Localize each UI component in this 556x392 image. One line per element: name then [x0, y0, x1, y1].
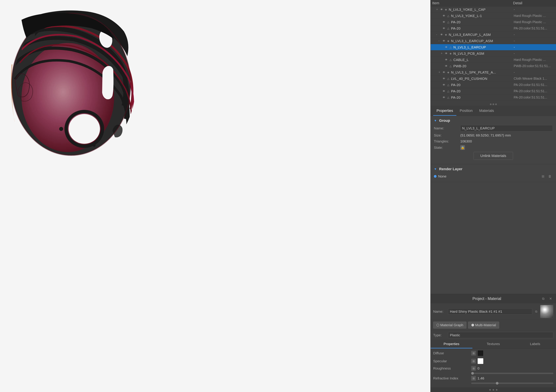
material-copy-icon[interactable]: ⧉: [534, 309, 539, 314]
tab-properties[interactable]: Properties: [433, 106, 456, 116]
triangles-value: 106300: [460, 139, 553, 143]
tree-expand-icon[interactable]: -: [439, 39, 442, 43]
tree-row-icons: 👁△: [442, 83, 450, 87]
tree-row[interactable]: -👁◈N_LVL3_L_EARCUP_ASM-: [431, 38, 556, 44]
scroll-dots: [431, 102, 556, 106]
tree-rows-container: +👁◈N_LVL3_YOKE_L_CAP-👁△N_LVL3_YOKE_L-1Ha…: [431, 7, 556, 102]
tree-item-detail: -: [512, 33, 555, 37]
tree-row[interactable]: 👁△LVL_40_PS_CUSHIONCloth Weave Black 1..…: [431, 76, 556, 82]
material-type-select[interactable]: Plastic: [448, 332, 553, 338]
eye-icon[interactable]: 👁: [444, 58, 448, 62]
camera-icon[interactable]: △: [446, 20, 450, 24]
material-tab-labels[interactable]: Labels: [514, 340, 556, 348]
camera-icon[interactable]: △: [446, 14, 450, 18]
eye-icon[interactable]: 👁: [440, 33, 443, 37]
camera-icon[interactable]: ◈: [446, 39, 450, 43]
camera-icon[interactable]: △: [446, 96, 450, 99]
eye-icon[interactable]: 👁: [442, 14, 446, 18]
eye-icon[interactable]: 👁: [442, 96, 446, 99]
material-tab-properties[interactable]: Properties: [431, 340, 472, 348]
camera-icon[interactable]: △: [449, 58, 452, 62]
tree-row[interactable]: 👁△PA-20PA-20:color:51:51:51...: [431, 25, 556, 31]
render-layer-actions: ⊞ 🗑: [540, 174, 553, 179]
right-panel: Item Detail +👁◈N_LVL3_YOKE_L_CAP-👁△N_LVL…: [430, 0, 556, 392]
diffuse-color-swatch[interactable]: [478, 350, 483, 356]
camera-icon[interactable]: ◈: [449, 52, 452, 55]
tree-expand-icon[interactable]: +: [436, 8, 440, 11]
camera-icon[interactable]: △: [449, 64, 452, 68]
tree-expand-icon[interactable]: -: [436, 33, 440, 36]
material-tab-textures[interactable]: Textures: [472, 340, 514, 348]
tree-row[interactable]: +👁◈N_LVL3_PCB_ASM-: [431, 50, 556, 57]
tree-row[interactable]: 👁△PA-20PA-20:color:51:51:51...: [431, 82, 556, 88]
material-graph-button[interactable]: ⬡ Material Graph: [433, 322, 466, 329]
tree-row[interactable]: 👁△PA-20Hard Rough Plastic ...: [431, 19, 556, 25]
tree-expand-icon[interactable]: +: [441, 52, 444, 55]
state-icon[interactable]: 🔒: [460, 145, 465, 150]
triangles-row: Triangles: 106300: [434, 139, 553, 143]
render-layer-collapse-icon[interactable]: ▼: [434, 167, 437, 171]
tree-expand-icon[interactable]: +: [439, 70, 442, 74]
camera-icon[interactable]: △: [446, 27, 450, 30]
unlink-materials-button[interactable]: Unlink Materials: [473, 152, 513, 160]
eye-icon[interactable]: 👁: [442, 83, 446, 87]
eye-icon[interactable]: 👁: [442, 89, 446, 93]
diffuse-swatch-icon[interactable]: ⊞: [471, 351, 476, 355]
tree-item-detail: -: [512, 52, 555, 55]
camera-icon[interactable]: △: [449, 46, 452, 49]
material-panel-title: Project - Material: [433, 296, 541, 301]
render-layer-delete-icon[interactable]: 🗑: [547, 174, 553, 179]
camera-icon[interactable]: △: [446, 83, 450, 87]
tab-position[interactable]: Position: [456, 106, 476, 116]
render-layer-add-icon[interactable]: ⊞: [540, 174, 546, 179]
tree-item-name: PA-20: [451, 26, 512, 31]
material-name-input[interactable]: [448, 308, 532, 315]
tab-materials[interactable]: Materials: [476, 106, 497, 116]
tree-row[interactable]: 👁△PA-20PA-20:color:51:51:51...: [431, 94, 556, 101]
eye-icon[interactable]: 👁: [444, 46, 448, 49]
eye-icon[interactable]: 👁: [442, 39, 446, 43]
material-restore-icon[interactable]: ⧉: [541, 296, 546, 301]
eye-icon[interactable]: 👁: [442, 77, 446, 80]
material-header-icons: ⧉ ✕: [541, 296, 553, 301]
refractive-slider[interactable]: [471, 383, 553, 384]
multi-material-button[interactable]: ⬢ Multi-Material: [468, 322, 499, 329]
refractive-swatch-icon[interactable]: ⊞: [471, 376, 476, 381]
tree-row[interactable]: +👁◈N_LVL3_YOKE_L_CAP-: [431, 7, 556, 13]
tree-row[interactable]: -👁◈N_LVL3_EARCUP_L_ASM-: [431, 31, 556, 38]
tree-row-icons: 👁△: [442, 27, 450, 30]
camera-icon[interactable]: △: [446, 77, 450, 80]
scene-tree[interactable]: Item Detail +👁◈N_LVL3_YOKE_L_CAP-👁△N_LVL…: [431, 0, 556, 102]
tree-row[interactable]: 👁△CABLE_LHard Rough Plastic ...: [431, 57, 556, 63]
eye-icon[interactable]: 👁: [442, 70, 446, 74]
tree-row[interactable]: 👁△PA-20PA-20:color:51:51:51...: [431, 88, 556, 94]
name-label: Name:: [434, 126, 460, 130]
eye-icon[interactable]: 👁: [444, 52, 448, 55]
tree-row[interactable]: +👁◈N_LVL3_L_SPK_PLATE_A...-: [431, 69, 556, 76]
group-section-header: ▼ Group: [434, 118, 553, 123]
camera-icon[interactable]: ◈: [444, 8, 448, 11]
tree-row[interactable]: 👁△N_LVL3_L_EARCUP-: [431, 44, 556, 50]
eye-icon[interactable]: 👁: [444, 64, 448, 68]
eye-icon[interactable]: 👁: [442, 27, 446, 30]
group-collapse-icon[interactable]: ▼: [434, 119, 437, 123]
tree-row[interactable]: -👁◈N_LVL3_R_ASM-: [431, 101, 556, 102]
material-name-row: Name: ⧉: [431, 303, 556, 320]
eye-icon[interactable]: 👁: [442, 20, 446, 24]
tree-row[interactable]: 👁△PWB-20PWB-20:color:51:51:51...: [431, 63, 556, 69]
roughness-slider[interactable]: [471, 373, 553, 374]
camera-icon[interactable]: ◈: [444, 33, 448, 37]
camera-icon[interactable]: △: [446, 89, 450, 93]
name-input[interactable]: [460, 125, 553, 131]
viewport[interactable]: [0, 0, 430, 392]
camera-icon[interactable]: ◈: [446, 70, 450, 74]
tree-row[interactable]: 👁△N_LVL3_YOKE_L-1Hard Rough Plastic ...: [431, 13, 556, 19]
specular-color-swatch[interactable]: [478, 358, 483, 364]
tree-item-detail: PWB-20:color:51:51:51...: [512, 64, 555, 68]
properties-panel: Properties Position Materials ▼ Group Na…: [431, 106, 556, 294]
material-close-icon[interactable]: ✕: [548, 296, 553, 301]
roughness-swatch-icon[interactable]: ⊞: [471, 366, 476, 371]
eye-icon[interactable]: 👁: [440, 8, 443, 11]
specular-swatch-icon[interactable]: ⊞: [471, 359, 476, 363]
tree-item-detail: -: [512, 45, 555, 49]
